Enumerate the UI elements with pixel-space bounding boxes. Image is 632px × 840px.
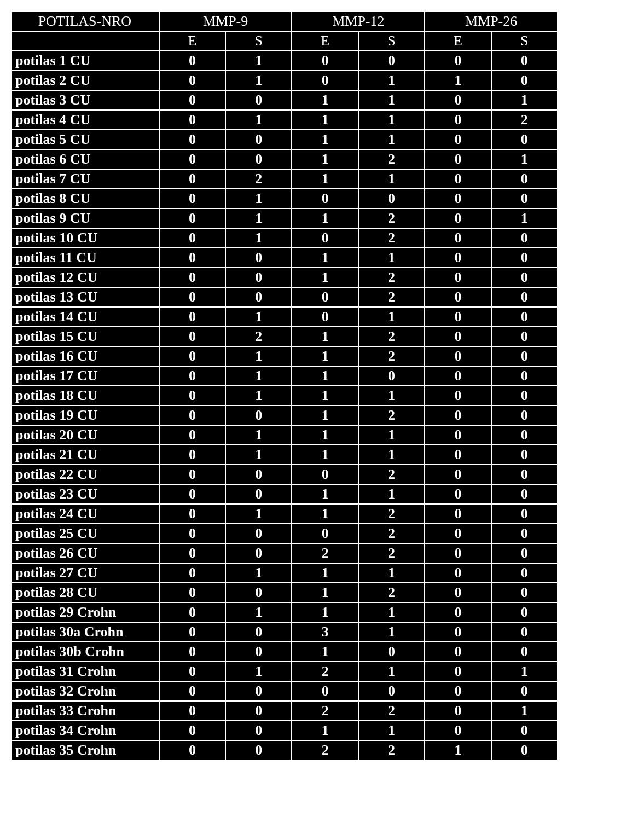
data-cell: 1 [225, 366, 292, 386]
data-cell: 1 [292, 721, 358, 740]
table-row: potilas 22 CU000200 [11, 465, 558, 484]
row-label: potilas 3 CU [11, 90, 159, 110]
data-cell: 0 [425, 622, 491, 642]
table-row: potilas 31 Crohn012101 [11, 662, 558, 681]
table-row: potilas 29 Crohn011100 [11, 603, 558, 622]
data-cell: 1 [425, 740, 491, 760]
data-cell: 1 [358, 71, 425, 90]
col-header-mmp9-e: E [159, 31, 225, 51]
data-cell: 0 [159, 386, 225, 405]
data-cell: 0 [491, 622, 558, 642]
data-cell: 1 [292, 504, 358, 524]
data-cell: 1 [292, 642, 358, 662]
data-cell: 2 [358, 504, 425, 524]
data-cell: 0 [425, 248, 491, 268]
data-table: POTILAS-NRO MMP-9 MMP-12 MMP-26 E S E S … [11, 11, 558, 761]
data-cell: 0 [225, 130, 292, 149]
data-cell: 0 [225, 268, 292, 287]
data-cell: 0 [491, 583, 558, 603]
data-cell: 0 [491, 366, 558, 386]
data-cell: 0 [225, 90, 292, 110]
data-cell: 0 [491, 484, 558, 504]
data-cell: 1 [491, 701, 558, 721]
data-cell: 0 [292, 189, 358, 208]
data-cell: 1 [225, 425, 292, 445]
table-row: potilas 13 CU000200 [11, 287, 558, 307]
data-cell: 0 [225, 543, 292, 563]
row-label: potilas 4 CU [11, 110, 159, 130]
data-cell: 1 [491, 149, 558, 169]
data-cell: 2 [358, 740, 425, 760]
table-row: potilas 14 CU010100 [11, 307, 558, 327]
data-cell: 1 [358, 110, 425, 130]
row-label: potilas 35 Crohn [11, 740, 159, 760]
table-row: potilas 17 CU011000 [11, 366, 558, 386]
data-cell: 2 [358, 583, 425, 603]
row-label: potilas 1 CU [11, 51, 159, 71]
data-cell: 0 [491, 504, 558, 524]
row-label: potilas 16 CU [11, 346, 159, 366]
data-cell: 0 [159, 465, 225, 484]
data-cell: 0 [491, 169, 558, 189]
data-cell: 0 [425, 208, 491, 228]
row-label: potilas 8 CU [11, 189, 159, 208]
data-cell: 0 [491, 721, 558, 740]
data-cell: 0 [491, 642, 558, 662]
row-label: potilas 18 CU [11, 386, 159, 405]
row-label: potilas 13 CU [11, 287, 159, 307]
data-cell: 0 [491, 228, 558, 248]
data-cell: 2 [358, 149, 425, 169]
data-cell: 1 [292, 90, 358, 110]
table-row: potilas 30a Crohn003100 [11, 622, 558, 642]
data-cell: 0 [358, 189, 425, 208]
col-header-mmp26: MMP-26 [425, 11, 558, 31]
data-cell: 2 [225, 169, 292, 189]
data-cell: 1 [292, 268, 358, 287]
data-cell: 0 [292, 71, 358, 90]
data-cell: 2 [358, 701, 425, 721]
data-cell: 0 [425, 484, 491, 504]
data-cell: 1 [225, 603, 292, 622]
data-cell: 0 [159, 583, 225, 603]
data-cell: 1 [292, 445, 358, 465]
data-cell: 0 [292, 287, 358, 307]
data-cell: 1 [292, 603, 358, 622]
table-row: potilas 9 CU011201 [11, 208, 558, 228]
data-cell: 0 [159, 504, 225, 524]
data-cell: 1 [358, 248, 425, 268]
data-cell: 0 [425, 130, 491, 149]
table-row: potilas 28 CU001200 [11, 583, 558, 603]
data-cell: 0 [225, 583, 292, 603]
data-cell: 0 [425, 405, 491, 425]
row-label: potilas 34 Crohn [11, 721, 159, 740]
data-cell: 2 [358, 287, 425, 307]
data-cell: 1 [225, 228, 292, 248]
table-row: potilas 11 CU001100 [11, 248, 558, 268]
data-cell: 0 [425, 90, 491, 110]
data-cell: 0 [425, 51, 491, 71]
data-cell: 0 [159, 71, 225, 90]
data-cell: 1 [358, 445, 425, 465]
data-cell: 0 [159, 287, 225, 307]
table-row: potilas 6 CU001201 [11, 149, 558, 169]
data-cell: 0 [425, 307, 491, 327]
data-cell: 0 [358, 681, 425, 701]
row-label: potilas 27 CU [11, 563, 159, 583]
data-cell: 0 [159, 425, 225, 445]
data-cell: 1 [292, 563, 358, 583]
data-cell: 0 [491, 346, 558, 366]
data-cell: 1 [358, 90, 425, 110]
data-cell: 0 [159, 366, 225, 386]
data-cell: 0 [491, 445, 558, 465]
row-label: potilas 10 CU [11, 228, 159, 248]
row-label: potilas 15 CU [11, 327, 159, 346]
data-cell: 1 [225, 110, 292, 130]
data-cell: 0 [425, 681, 491, 701]
data-cell: 2 [358, 405, 425, 425]
row-label: potilas 19 CU [11, 405, 159, 425]
data-cell: 0 [491, 287, 558, 307]
data-cell: 0 [425, 563, 491, 583]
data-cell: 1 [292, 425, 358, 445]
data-cell: 2 [358, 524, 425, 543]
data-cell: 0 [425, 189, 491, 208]
